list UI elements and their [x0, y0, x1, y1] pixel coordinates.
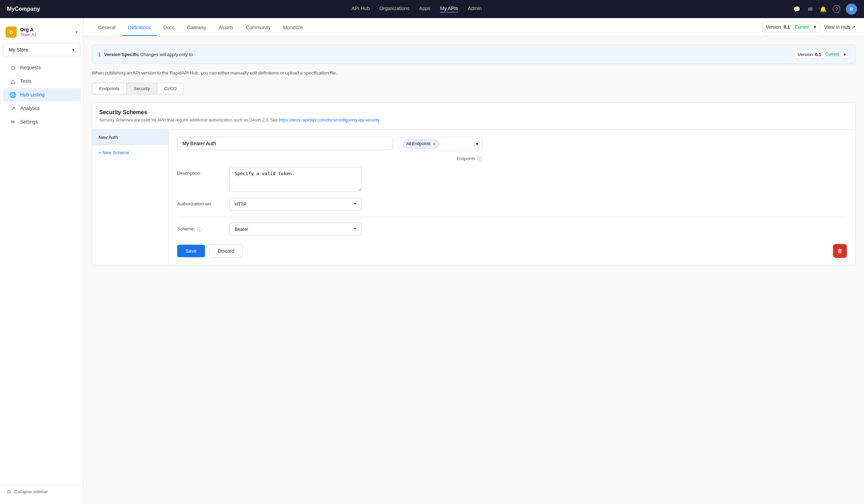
scheme-select[interactable]: Bearer Basic Digest	[229, 223, 362, 236]
app-layout: O Org A Team A1 ▾ My Store ▾ ⊙ Requests …	[0, 18, 864, 504]
org-selector[interactable]: O Org A Team A1 ▾	[0, 24, 83, 43]
sidebar-item-analytics[interactable]: ↗ Analytics	[3, 102, 80, 115]
sidebar-item-tests[interactable]: △ Tests	[3, 74, 80, 88]
authorization-set-row: Authorization set: HTTP OAuth2 API Key	[177, 198, 847, 211]
version-selector[interactable]: Version 0.1 Current ▾	[762, 22, 820, 33]
version-chevron-icon: ▾	[814, 24, 816, 30]
store-chevron-icon: ▾	[72, 47, 74, 53]
nav-link-organizations[interactable]: Organizations	[379, 6, 409, 13]
tab-community[interactable]: Community	[239, 20, 277, 36]
def-tab-cicd[interactable]: CI/CD	[157, 83, 184, 94]
sidebar-item-label: Requests	[20, 65, 41, 70]
sidebar-item-label: Analytics	[20, 105, 40, 111]
sidebar-item-requests[interactable]: ⊙ Requests	[3, 61, 80, 74]
sub-navigation: General Definitions Docs Gateway Assets …	[84, 18, 864, 36]
auth-list: New Auth + New Scheme	[92, 130, 169, 265]
sidebar-item-label: Settings	[20, 119, 38, 125]
sidebar-item-label: Tests	[20, 78, 32, 84]
content-area: General Definitions Docs Gateway Assets …	[84, 18, 864, 504]
description-row: Description: Specify a valid token.	[177, 167, 847, 191]
org-avatar: O	[6, 26, 17, 38]
analytics-icon: ↗	[10, 105, 16, 111]
version-pill-chevron-icon: ▾	[843, 52, 846, 57]
delete-icon: 🗑	[837, 248, 843, 254]
version-number: 0.1	[784, 24, 790, 30]
definitions-tabs: Endpoints Security CI/CD	[92, 83, 856, 94]
scheme-row: Scheme: i Bearer Basic Digest	[177, 223, 847, 236]
authorization-select[interactable]: HTTP OAuth2 API Key	[229, 198, 362, 211]
top-navigation: MyCompany API Hub Organizations Apps My …	[0, 0, 864, 18]
tab-gateway[interactable]: Gateway	[181, 20, 212, 36]
tab-general[interactable]: General	[92, 20, 122, 36]
hub-listing-icon: 🌐	[10, 92, 16, 98]
tab-monetize[interactable]: Monetize	[277, 20, 309, 36]
version-pill-badge: Current	[823, 51, 841, 57]
endpoints-container: All Endpoints × ▾ Endpoints i	[399, 137, 482, 162]
endpoint-tag-label: All Endpoints	[406, 141, 431, 146]
help-icon[interactable]: ?	[833, 5, 840, 13]
version-pill[interactable]: Version 0.1 Current ▾	[795, 50, 849, 59]
sidebar-item-hub-listing[interactable]: 🌐 Hub Listing	[3, 88, 80, 101]
user-avatar[interactable]: R	[846, 3, 857, 15]
sidebar: O Org A Team A1 ▾ My Store ▾ ⊙ Requests …	[0, 18, 84, 504]
def-tab-security[interactable]: Security	[127, 83, 157, 94]
security-schemes-header: Security Schemes Security Schemes are us…	[92, 103, 855, 125]
sidebar-item-settings[interactable]: ✏ Settings	[3, 115, 80, 128]
endpoints-info-icon[interactable]: i	[477, 157, 482, 162]
top-nav-right: 💬 ✉ 🔔 ? R	[793, 3, 857, 15]
security-schemes-title: Security Schemes	[99, 109, 848, 116]
tab-assets[interactable]: Assets	[212, 20, 239, 36]
chat-icon[interactable]: 💬	[793, 5, 801, 13]
external-link-icon: ↗	[851, 24, 856, 30]
nav-link-my-apis[interactable]: My APIs	[440, 6, 458, 13]
delete-button[interactable]: 🗑	[833, 244, 847, 258]
collapse-icon: ⊡	[7, 489, 11, 494]
auth-form: All Endpoints × ▾ Endpoints i	[169, 130, 855, 265]
security-schemes-section: Security Schemes Security Schemes are us…	[92, 103, 856, 265]
nav-link-apps[interactable]: Apps	[419, 6, 430, 13]
discard-button[interactable]: Discard	[209, 244, 243, 258]
version-notice: ℹ Version Specific Changes will apply on…	[92, 45, 856, 64]
auth-list-item[interactable]: New Auth	[92, 130, 168, 145]
store-selector[interactable]: My Store ▾	[3, 43, 80, 56]
endpoints-dropdown[interactable]: All Endpoints × ▾	[399, 137, 482, 151]
bell-icon[interactable]: 🔔	[819, 5, 827, 13]
tab-definitions[interactable]: Definitions	[122, 20, 157, 36]
scheme-info-icon[interactable]: i	[197, 227, 202, 232]
security-doc-link[interactable]: https://docs.rapidapi.com/docs/configuri…	[279, 118, 379, 123]
view-in-hub-button[interactable]: View in Hub ↗	[824, 24, 856, 30]
save-button[interactable]: Save	[177, 245, 205, 257]
auth-name-endpoints-row: All Endpoints × ▾ Endpoints i	[177, 137, 847, 162]
version-pill-label: Version	[798, 52, 813, 57]
description-label: Description:	[177, 167, 222, 176]
sidebar-bottom: ⊡ Collapse sidebar	[0, 485, 83, 498]
form-actions: Save Discard 🗑	[177, 244, 847, 258]
auth-name-input[interactable]	[177, 137, 393, 150]
tab-docs[interactable]: Docs	[157, 20, 181, 36]
org-name: Org A	[20, 27, 72, 32]
description-input[interactable]: Specify a valid token.	[229, 167, 362, 191]
current-badge: Current	[793, 24, 811, 30]
brand-logo: MyCompany	[7, 6, 40, 12]
all-endpoints-tag: All Endpoints ×	[402, 139, 439, 149]
version-pill-number: 0.1	[815, 52, 821, 57]
org-info: Org A Team A1	[20, 27, 72, 37]
description-text: When publishing an API version to the Ra…	[92, 70, 856, 77]
scheme-label: Scheme: i	[177, 223, 222, 232]
def-tab-endpoints[interactable]: Endpoints	[92, 83, 127, 94]
settings-icon: ✏	[10, 119, 16, 125]
collapse-sidebar-button[interactable]: ⊡ Collapse sidebar	[7, 489, 76, 494]
mail-icon[interactable]: ✉	[806, 5, 814, 13]
nav-link-api-hub[interactable]: API Hub	[352, 6, 370, 13]
requests-icon: ⊙	[10, 64, 16, 71]
sidebar-nav: ⊙ Requests △ Tests 🌐 Hub Listing ↗ Analy…	[0, 61, 83, 485]
security-schemes-body: New Auth + New Scheme	[92, 129, 855, 265]
endpoint-tag-remove[interactable]: ×	[433, 141, 435, 147]
new-scheme-button[interactable]: + New Scheme	[92, 145, 168, 160]
form-divider	[177, 217, 847, 217]
authorization-label: Authorization set:	[177, 198, 222, 206]
info-icon: ℹ	[99, 51, 101, 58]
tests-icon: △	[10, 78, 16, 84]
version-notice-text: Version Specific Changes will apply only…	[104, 52, 791, 57]
nav-link-admin[interactable]: Admin	[468, 6, 482, 13]
